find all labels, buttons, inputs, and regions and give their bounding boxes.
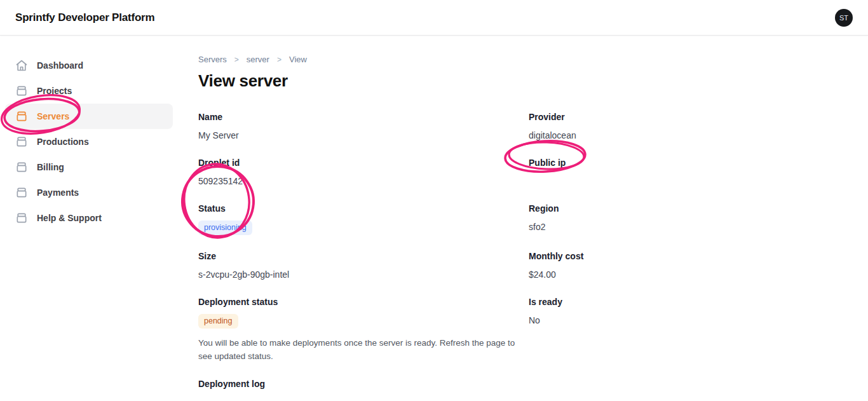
deployment-note: You will be able to make deployments onc…	[198, 336, 519, 363]
field-label: Public ip	[529, 158, 868, 168]
archive-icon	[15, 85, 28, 97]
field-value: $24.00	[529, 268, 868, 281]
user-avatar[interactable]: ST	[835, 9, 853, 27]
field-value: s-2vcpu-2gb-90gb-intel	[198, 268, 529, 281]
breadcrumb-servers[interactable]: Servers	[198, 55, 227, 64]
field-label: Deployment log	[198, 379, 529, 389]
archive-icon	[15, 212, 28, 224]
archive-icon	[15, 161, 28, 173]
breadcrumb-view[interactable]: View	[289, 55, 307, 64]
sidebar-item-servers[interactable]: Servers	[5, 104, 173, 129]
field-value: -	[198, 396, 529, 401]
sidebar-item-label: Payments	[37, 187, 79, 198]
field-label: Provider	[529, 112, 868, 122]
sidebar: Dashboard Projects Servers Productions	[0, 36, 178, 401]
field-label: Droplet id	[198, 158, 529, 168]
field-value: sfo2	[529, 221, 868, 233]
field-monthly-cost: Monthly cost $24.00	[529, 251, 868, 281]
deployment-status-badge: pending	[198, 314, 238, 329]
field-is-ready: Is ready No	[529, 297, 868, 327]
sidebar-item-billing[interactable]: Billing	[5, 154, 173, 180]
server-details: Name My Server Provider digitalocean Dro…	[198, 112, 868, 401]
page-title: View server	[198, 71, 868, 91]
field-value: 509235142	[198, 175, 529, 187]
sidebar-item-payments[interactable]: Payments	[5, 180, 173, 205]
field-region: Region sfo2	[529, 203, 868, 233]
breadcrumb-server[interactable]: server	[247, 55, 269, 64]
field-label: Region	[529, 203, 868, 214]
field-label: Name	[198, 112, 529, 122]
sidebar-item-label: Projects	[37, 86, 72, 96]
field-provider: Provider digitalocean	[529, 112, 868, 142]
field-deployment-status: Deployment status pending You will be ab…	[198, 297, 529, 363]
field-droplet-id: Droplet id 509235142	[198, 158, 529, 187]
chevron-right-icon: >	[277, 55, 281, 64]
sidebar-item-projects[interactable]: Projects	[5, 78, 173, 104]
field-label: Size	[198, 251, 529, 261]
body: Dashboard Projects Servers Productions	[0, 36, 868, 401]
sidebar-item-label: Servers	[37, 111, 69, 121]
chevron-right-icon: >	[234, 55, 239, 64]
field-label: Monthly cost	[529, 251, 868, 261]
sidebar-item-label: Help & Support	[37, 213, 102, 223]
sidebar-item-label: Dashboard	[37, 60, 83, 71]
field-value: My Server	[198, 129, 529, 142]
main-content: Servers > server > View View server Name…	[178, 36, 868, 401]
field-value: digitalocean	[529, 129, 868, 142]
field-deployment-log: Deployment log -	[198, 379, 529, 401]
field-status: Status provisioning	[198, 203, 529, 235]
app-header: Sprintfy Developer Platform ST	[0, 0, 868, 36]
field-label: Status	[198, 203, 529, 214]
status-badge: provisioning	[198, 221, 252, 235]
sidebar-item-help-support[interactable]: Help & Support	[5, 205, 173, 231]
field-size: Size s-2vcpu-2gb-90gb-intel	[198, 251, 529, 281]
archive-icon	[15, 186, 28, 199]
field-public-ip: Public ip	[529, 158, 868, 175]
field-name: Name My Server	[198, 112, 529, 142]
home-icon	[15, 59, 28, 72]
sidebar-item-label: Productions	[37, 137, 89, 147]
sidebar-item-label: Billing	[37, 162, 64, 172]
archive-icon	[15, 110, 28, 123]
field-label: Is ready	[529, 297, 868, 307]
page: Sprintfy Developer Platform ST Dashboard…	[0, 0, 868, 401]
app-title: Sprintfy Developer Platform	[15, 11, 154, 24]
sidebar-item-productions[interactable]: Productions	[5, 129, 173, 154]
field-label: Deployment status	[198, 297, 529, 307]
breadcrumb: Servers > server > View	[198, 55, 868, 64]
archive-icon	[15, 135, 28, 148]
field-value: No	[529, 314, 868, 327]
sidebar-item-dashboard[interactable]: Dashboard	[5, 53, 173, 78]
